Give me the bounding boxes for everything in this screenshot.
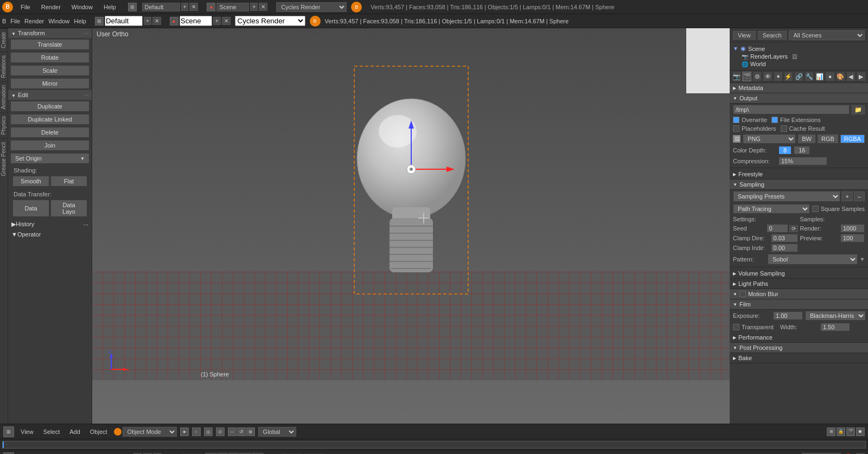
mirror-btn[interactable]: Mirror: [10, 78, 90, 89]
set-origin-btn[interactable]: Set Origin ▼: [10, 153, 90, 164]
path-browse-btn[interactable]: 📁: [852, 105, 865, 114]
film-section[interactable]: ▼ Film: [730, 299, 868, 310]
select-menu[interactable]: Select: [40, 427, 63, 436]
render-engine-select2[interactable]: Cycles Render: [235, 16, 305, 26]
search-btn[interactable]: Search: [758, 31, 787, 40]
workspace-add-btn[interactable]: +: [181, 3, 189, 11]
translate-btn[interactable]: Translate: [10, 39, 90, 50]
render-layers-item[interactable]: 📷 RenderLayers 🖼: [742, 53, 865, 60]
tab-grease-pencil[interactable]: Grease Pencil: [0, 138, 8, 180]
rp-icon-physics[interactable]: ⚡: [784, 72, 793, 81]
tab-relations[interactable]: Relations: [0, 52, 8, 81]
motion-blur-section[interactable]: ▼ Motion Blur: [730, 289, 868, 299]
duplicate-linked-btn[interactable]: Duplicate Linked: [10, 114, 90, 125]
workspace-add-btn2[interactable]: +: [144, 17, 151, 25]
record-icon[interactable]: ⏺: [856, 427, 865, 436]
scale-btn[interactable]: Scale: [10, 65, 90, 76]
bw-btn[interactable]: BW: [798, 135, 815, 143]
overwrite-checkbox[interactable]: [733, 117, 739, 123]
flat-btn[interactable]: Flat: [50, 176, 87, 187]
duplicate-btn[interactable]: Duplicate: [10, 101, 90, 112]
workspace-input2[interactable]: [105, 16, 143, 26]
rp-icon-scroll-right[interactable]: ▶: [857, 72, 866, 81]
motion-blur-checkbox[interactable]: [739, 291, 746, 297]
timeline-track[interactable]: [2, 441, 866, 449]
timeline-toggle[interactable]: ⊞: [3, 452, 14, 455]
view-btn[interactable]: View: [733, 31, 756, 40]
file-menu[interactable]: File: [17, 3, 34, 11]
rgba-btn[interactable]: RGBA: [840, 135, 865, 143]
cache-result-checkbox[interactable]: [781, 125, 787, 132]
rp-icon-particles[interactable]: ✦: [774, 72, 783, 81]
pattern-select[interactable]: Sobol: [768, 254, 858, 265]
sampling-presets-select[interactable]: Sampling Presets: [733, 191, 840, 202]
history-section-header[interactable]: ▶History ···: [8, 219, 92, 229]
scene-input2[interactable]: [180, 16, 212, 26]
clamp-indir-input[interactable]: [771, 244, 798, 252]
rgb-btn[interactable]: RGB: [818, 135, 838, 143]
render-menu[interactable]: Render: [38, 3, 64, 11]
viewport-shading-material[interactable]: ◎: [204, 427, 213, 436]
color-depth-16-btn[interactable]: 16: [794, 146, 810, 155]
render-icon[interactable]: 🎬: [846, 427, 855, 436]
rp-icon-render[interactable]: 🎬: [742, 72, 751, 81]
rp-icon-camera[interactable]: 📷: [732, 72, 741, 81]
tab-create[interactable]: Create: [0, 28, 8, 52]
light-paths-section[interactable]: ▶ Light Paths: [730, 279, 868, 289]
square-samples-checkbox[interactable]: [812, 206, 819, 212]
preview-input[interactable]: [840, 234, 865, 242]
path-tracing-select[interactable]: Path Tracing: [733, 204, 810, 214]
add-menu[interactable]: Add: [66, 427, 84, 436]
post-processing-section[interactable]: ▼ Post Processing: [730, 343, 868, 353]
sampling-presets-add-btn[interactable]: +: [841, 191, 852, 201]
file-menu2[interactable]: File: [10, 18, 20, 24]
rp-icon-data[interactable]: 📊: [815, 72, 824, 81]
scene-add-btn2[interactable]: +: [213, 17, 221, 25]
render-engine-select[interactable]: Cycles Render: [276, 2, 347, 12]
compression-input[interactable]: [778, 157, 827, 165]
sampling-presets-remove-btn[interactable]: –: [854, 191, 865, 201]
rp-icon-texture[interactable]: 🎨: [836, 72, 845, 81]
viewport-shading-solid[interactable]: ●: [180, 427, 189, 436]
join-btn[interactable]: Join: [10, 140, 90, 151]
render-input[interactable]: [840, 224, 865, 233]
format-select[interactable]: PNG: [743, 134, 796, 144]
placeholders-checkbox[interactable]: [733, 125, 739, 132]
performance-section[interactable]: ▶ Performance: [730, 332, 868, 343]
window-menu2[interactable]: Window: [48, 18, 69, 24]
object-menu[interactable]: Object: [87, 427, 111, 436]
delete-btn[interactable]: Delete: [10, 127, 90, 138]
bake-section[interactable]: ▶ Bake: [730, 353, 868, 363]
transform-section-header[interactable]: ▼Transform ···: [8, 28, 92, 38]
sampling-section[interactable]: ▼ Sampling: [730, 180, 868, 190]
scene-add-btn[interactable]: +: [250, 3, 258, 11]
workspace-close-btn2[interactable]: ✕: [152, 17, 161, 25]
transform-scale-icon[interactable]: ⊕: [246, 427, 255, 436]
viewport-shading-wire[interactable]: ○: [192, 427, 201, 436]
window-menu[interactable]: Window: [68, 3, 96, 11]
seed-random-btn[interactable]: ⟳: [789, 225, 798, 232]
rp-icon-view[interactable]: 👁: [763, 72, 772, 81]
viewport-shading-rendered[interactable]: ⊙: [216, 427, 225, 436]
rp-icon-modifiers[interactable]: 🔧: [805, 72, 814, 81]
data-btn[interactable]: Data: [12, 200, 49, 217]
tab-physics[interactable]: Physics: [0, 112, 8, 138]
view-toggle-btn[interactable]: ⊞: [3, 426, 14, 437]
all-scenes-select[interactable]: All Scenes: [789, 30, 865, 40]
transparent-checkbox[interactable]: [733, 324, 739, 330]
operator-section-header[interactable]: ▼Operator: [8, 229, 92, 239]
color-depth-8-btn[interactable]: 8: [778, 146, 792, 155]
view-menu[interactable]: View: [17, 427, 37, 436]
scene-close-btn[interactable]: ✕: [259, 3, 267, 11]
exposure-input[interactable]: [773, 311, 803, 320]
viewport[interactable]: User Ortho: [92, 28, 730, 424]
metadata-section[interactable]: ▶ Metadata: [730, 83, 868, 93]
freestyle-section[interactable]: ▶ Freestyle: [730, 169, 868, 180]
rp-icon-material[interactable]: ●: [825, 72, 834, 81]
rotate-btn[interactable]: Rotate: [10, 52, 90, 63]
filter-select[interactable]: Blackman-Harris: [805, 311, 866, 321]
transform-space-select[interactable]: Global: [258, 427, 296, 437]
lock-icon[interactable]: 🔒: [837, 427, 845, 436]
help-menu2[interactable]: Help: [74, 18, 86, 24]
smooth-btn[interactable]: Smooth: [12, 176, 49, 187]
